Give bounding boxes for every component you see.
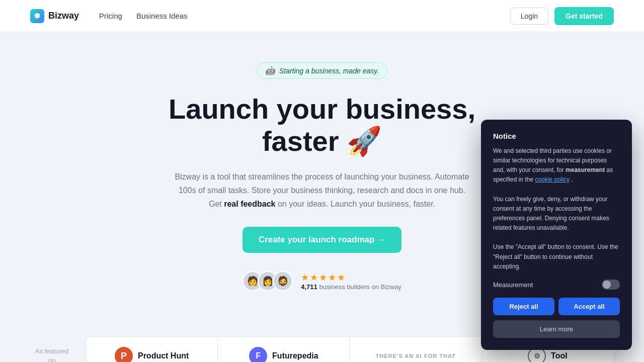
hero-title: Launch your business, faster 🚀 [106,93,538,158]
measurement-label: Measurement [493,281,533,289]
logo[interactable]: Bizway [30,9,79,23]
get-started-button[interactable]: Get started [554,7,614,25]
accept-all-button[interactable]: Accept all [558,298,620,315]
cookie-action-buttons: Reject all Accept all [493,298,620,315]
nav-links: Pricing Business Ideas [99,12,188,20]
futurepedia-label: Futurepedia [272,351,318,360]
toolify-label: Tool [551,351,568,360]
star-rating: ★★★★★ [301,272,401,283]
hero-section: 🤖 Starting a business, made easy. Launch… [96,32,548,336]
social-proof: 🧑 👩 🧔 ★★★★★ 4,711 business builders on B… [106,271,538,291]
logo-icon [30,9,44,23]
nav-link-pricing[interactable]: Pricing [99,12,122,20]
cookie-notice: Notice We and selected third parties use… [481,120,632,350]
cookie-measurement-row: Measurement [493,280,620,290]
nav-left: Bizway Pricing Business Ideas [30,9,188,23]
cookie-policy-link[interactable]: cookie policy [535,176,570,183]
featured-logo-aifor: THERE'S AN AI FOR THAT [350,337,482,362]
proof-text: ★★★★★ 4,711 business builders on Bizway [301,272,401,291]
product-hunt-icon: P [115,347,133,362]
login-button[interactable]: Login [510,8,548,25]
cookie-body: We and selected third parties use cookie… [493,146,620,272]
avatar: 🧔 [273,271,293,291]
hero-subtitle: Bizway is a tool that streamlines the pr… [171,170,473,211]
futurepedia-icon: F [249,347,267,362]
navbar: Bizway Pricing Business Ideas Login Get … [0,0,644,32]
cta-button[interactable]: Create your launch roadmap → [243,227,401,253]
logo-text: Bizway [48,11,79,21]
nav-right: Login Get started [510,7,614,25]
hero-badge: 🤖 Starting a business, made easy. [257,62,387,79]
reject-all-button[interactable]: Reject all [493,298,554,315]
robot-icon: 🤖 [265,66,275,75]
proof-count: 4,711 business builders on Bizway [301,283,401,291]
nav-link-business-ideas[interactable]: Business Ideas [136,12,188,20]
measurement-toggle[interactable] [602,280,620,290]
toggle-knob [603,281,611,289]
hero-badge-text: Starting a business, made easy. [279,67,379,75]
featured-label: As featured on [30,347,86,362]
cookie-title: Notice [493,132,620,140]
featured-logo-product-hunt: P Product Hunt [86,337,218,362]
product-hunt-label: Product Hunt [138,351,189,360]
featured-logo-futurepedia: F Futurepedia [218,337,350,362]
learn-more-button[interactable]: Learn more [493,320,620,338]
avatar-group: 🧑 👩 🧔 [243,271,293,291]
aifor-label: THERE'S AN AI FOR THAT [375,353,455,359]
